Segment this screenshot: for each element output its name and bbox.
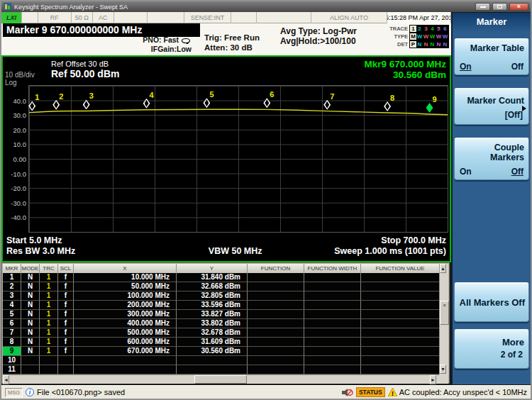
marker-table-row-1[interactable]: 1N1f10.000 MHz31.840 dBm (3, 273, 440, 282)
marker-table-cell: N (21, 291, 40, 301)
y-axis-label: -40.0 (11, 213, 26, 221)
marker-diamond-inner (30, 102, 34, 109)
trace-indicator-cell: W (416, 33, 423, 40)
y-axis-label: 30.0 (13, 111, 27, 119)
scroll-left-button[interactable]: ◄ (3, 375, 9, 384)
minimize-button[interactable] (475, 3, 490, 11)
marker-table-cell: 33.802 dBm (177, 319, 248, 328)
status-cell-lxi: LXI (1, 12, 22, 23)
marker-table-cell (304, 301, 361, 310)
marker-table-cell (304, 356, 361, 365)
ref-offset-label: Ref Offset 30 dB (51, 60, 109, 68)
marker-table-row-3[interactable]: 3N1f100.000 MHz32.805 dBm (3, 291, 440, 301)
marker-table-cell: 400.000 MHz (74, 319, 177, 328)
status-cell-blank (22, 12, 38, 23)
marker-table-cell (248, 328, 304, 338)
marker-table-row-10[interactable]: 10 (3, 356, 440, 365)
marker-table-cell (74, 365, 177, 374)
horizontal-scrollbar[interactable]: ◄ ► (3, 374, 440, 384)
marker-table-cell (40, 356, 58, 365)
marker-table-cell: 200.000 MHz (74, 301, 177, 310)
status-cell-blank (114, 12, 148, 23)
start-freq-label: Start 5.0 MHz (6, 235, 62, 245)
measurement-bar: Marker 9 670.000000000 MHz PNO: Fast IFG… (1, 23, 451, 55)
scroll-down-button[interactable]: ▼ (440, 365, 446, 374)
marker-table-row-6[interactable]: 6N1f400.000 MHz33.802 dBm (3, 319, 440, 328)
column-header-function-value: FUNCTION VALUE (361, 264, 440, 273)
trace-indicator-cell: 1 (410, 26, 416, 32)
marker-table-cell: N (21, 319, 40, 328)
vbw-label: VBW 50 MHz (209, 246, 262, 256)
marker-label-4: 4 (150, 91, 154, 99)
y-axis-label: -20.0 (11, 184, 26, 192)
marker-table-cell (361, 338, 440, 347)
restore-button[interactable] (492, 3, 507, 11)
couple-markers-on-state: On (460, 167, 472, 177)
marker-table-cell (304, 319, 361, 328)
marker-table-cell: 670.000 MHz (74, 347, 177, 356)
marker-readout-ampl: 30.560 dBm (393, 70, 446, 80)
marker-table-cell: 32.805 dBm (177, 291, 248, 301)
more-softkey[interactable]: More 2 of 2 (454, 329, 529, 369)
marker-table: MKRMODETRCSCLXYFUNCTIONFUNCTION WIDTHFUN… (1, 262, 450, 384)
svg-text:!: ! (392, 390, 394, 397)
minimize-icon (480, 6, 486, 8)
trace-indicator-row: TYPEMWWWWW (382, 33, 449, 40)
close-button[interactable]: × (509, 3, 528, 11)
marker-table-cell (248, 338, 304, 347)
marker-table-row-2[interactable]: 2N1f50.000 MHz32.668 dBm (3, 282, 440, 291)
marker-table-cell (40, 365, 58, 374)
scroll-right-button[interactable]: ► (430, 375, 436, 384)
marker-table-cell: 1 (40, 301, 58, 310)
marker-table-cell: 1 (40, 273, 58, 282)
marker-table-row-4[interactable]: 4N1f200.000 MHz33.596 dBm (3, 301, 440, 310)
marker-table-cell (177, 365, 248, 374)
column-header-mkr: MKR (3, 264, 21, 273)
couple-markers-off-state: Off (511, 167, 523, 177)
y-axis-label: 0.00 (13, 155, 27, 163)
trace-indicator-cell: 4 (429, 26, 436, 32)
marker-table-row-11[interactable]: 11 (3, 365, 440, 374)
marker-table-cell: 33.827 dBm (177, 310, 248, 319)
marker-table-row-9[interactable]: 9N1f670.000 MHz30.560 dBm (3, 347, 440, 356)
marker-table-cell: f (58, 319, 74, 328)
trace-indicator-cell: 6 (442, 26, 448, 32)
marker-table-cell (248, 291, 304, 301)
scale-per-div-label: 10 dB/div (5, 71, 35, 79)
trig-label: Trig: Free Run (204, 33, 260, 42)
couple-markers-softkey[interactable]: Couple Markers On Off (454, 138, 529, 180)
marker-label-5: 5 (209, 90, 214, 99)
marker-table-cell: N (21, 328, 40, 338)
more-softkey-label: More (455, 330, 528, 348)
app-icon (4, 3, 11, 11)
marker-table-softkey[interactable]: Marker Table On Off (454, 38, 529, 75)
trace-indicator-label: TYPE (382, 33, 409, 40)
marker-table-row-7[interactable]: 7N1f500.000 MHz32.678 dBm (3, 328, 440, 338)
marker-label-6: 6 (270, 90, 274, 99)
marker-table-cell (304, 310, 361, 319)
message-text: File <010670.png> saved (37, 388, 125, 396)
trace-indicator-cell: 2 (416, 26, 423, 32)
marker-table-cell: 33.596 dBm (177, 301, 248, 310)
scroll-up-button[interactable]: ▲ (440, 264, 446, 273)
marker-diamond-inner (325, 101, 329, 109)
marker-table-cell (361, 319, 440, 328)
marker-count-softkey[interactable]: Marker Count [Off] (454, 88, 529, 125)
marker-table-cell: N (21, 282, 40, 291)
pno-sweep-icon (181, 38, 192, 44)
status-cell-ac: AC (93, 12, 114, 23)
vertical-scroll-thumb[interactable]: ≡ (440, 301, 449, 325)
trace-indicator-cell: N (429, 41, 436, 48)
horizontal-scroll-thumb[interactable] (194, 375, 247, 384)
stop-freq-label: Stop 700.0 MHz (381, 235, 446, 245)
marker-table-cell (74, 356, 177, 365)
trigger-settings: Trig: Free Run Atten: 30 dB (204, 33, 260, 52)
vertical-scrollbar[interactable]: ▲ ≡ ▼ (439, 264, 448, 374)
all-markers-off-softkey[interactable]: All Markers Off (454, 282, 529, 322)
marker-table-cell: 31.840 dBm (177, 273, 248, 282)
marker-label-9: 9 (433, 95, 437, 104)
marker-table-row-5[interactable]: 5N1f300.000 MHz33.827 dBm (3, 310, 440, 319)
marker-table-cell: N (21, 310, 40, 319)
marker-table-row-8[interactable]: 8N1f600.000 MHz31.609 dBm (3, 338, 440, 347)
marker-table-cell (248, 282, 304, 291)
